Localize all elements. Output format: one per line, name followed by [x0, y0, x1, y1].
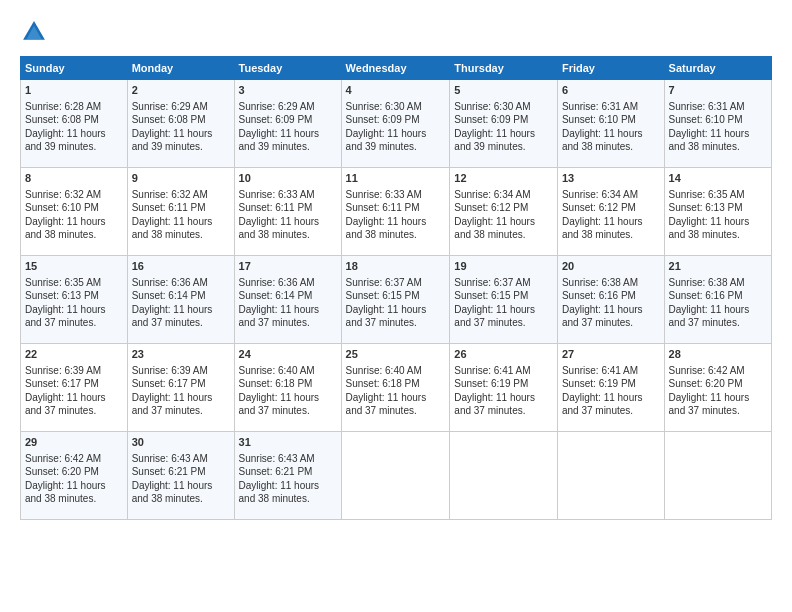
day-number: 25: [346, 347, 446, 362]
calendar-cell: 3Sunrise: 6:29 AMSunset: 6:09 PMDaylight…: [234, 80, 341, 168]
day-info: Daylight: 11 hours: [239, 127, 337, 141]
calendar-cell: 26Sunrise: 6:41 AMSunset: 6:19 PMDayligh…: [450, 344, 558, 432]
day-info: and 37 minutes.: [562, 404, 660, 418]
calendar-header-friday: Friday: [557, 57, 664, 80]
calendar-cell: 19Sunrise: 6:37 AMSunset: 6:15 PMDayligh…: [450, 256, 558, 344]
day-info: Sunrise: 6:35 AM: [25, 276, 123, 290]
day-info: Sunset: 6:17 PM: [132, 377, 230, 391]
calendar-week-3: 15Sunrise: 6:35 AMSunset: 6:13 PMDayligh…: [21, 256, 772, 344]
calendar-cell: 27Sunrise: 6:41 AMSunset: 6:19 PMDayligh…: [557, 344, 664, 432]
calendar-cell: 11Sunrise: 6:33 AMSunset: 6:11 PMDayligh…: [341, 168, 450, 256]
day-info: and 38 minutes.: [346, 228, 446, 242]
day-number: 6: [562, 83, 660, 98]
calendar-cell: 1Sunrise: 6:28 AMSunset: 6:08 PMDaylight…: [21, 80, 128, 168]
day-number: 11: [346, 171, 446, 186]
day-info: and 39 minutes.: [239, 140, 337, 154]
day-number: 24: [239, 347, 337, 362]
day-info: and 38 minutes.: [25, 228, 123, 242]
day-number: 13: [562, 171, 660, 186]
day-info: and 37 minutes.: [669, 404, 767, 418]
day-number: 18: [346, 259, 446, 274]
calendar-cell: 13Sunrise: 6:34 AMSunset: 6:12 PMDayligh…: [557, 168, 664, 256]
day-info: Daylight: 11 hours: [239, 303, 337, 317]
day-info: Sunset: 6:08 PM: [132, 113, 230, 127]
calendar-cell: 8Sunrise: 6:32 AMSunset: 6:10 PMDaylight…: [21, 168, 128, 256]
day-number: 3: [239, 83, 337, 98]
day-number: 19: [454, 259, 553, 274]
day-info: Sunrise: 6:35 AM: [669, 188, 767, 202]
day-number: 27: [562, 347, 660, 362]
day-info: Sunrise: 6:40 AM: [346, 364, 446, 378]
day-info: and 38 minutes.: [132, 492, 230, 506]
day-info: Daylight: 11 hours: [562, 215, 660, 229]
calendar-cell: 16Sunrise: 6:36 AMSunset: 6:14 PMDayligh…: [127, 256, 234, 344]
day-info: Sunset: 6:14 PM: [239, 289, 337, 303]
day-info: Sunset: 6:09 PM: [239, 113, 337, 127]
day-info: Daylight: 11 hours: [454, 215, 553, 229]
day-info: Daylight: 11 hours: [132, 215, 230, 229]
calendar-week-5: 29Sunrise: 6:42 AMSunset: 6:20 PMDayligh…: [21, 432, 772, 520]
day-info: Sunset: 6:08 PM: [25, 113, 123, 127]
day-info: and 37 minutes.: [25, 404, 123, 418]
day-number: 28: [669, 347, 767, 362]
day-info: Sunset: 6:17 PM: [25, 377, 123, 391]
calendar-cell: 10Sunrise: 6:33 AMSunset: 6:11 PMDayligh…: [234, 168, 341, 256]
day-info: Sunset: 6:21 PM: [132, 465, 230, 479]
day-info: and 37 minutes.: [239, 404, 337, 418]
day-info: Sunrise: 6:43 AM: [132, 452, 230, 466]
calendar-week-2: 8Sunrise: 6:32 AMSunset: 6:10 PMDaylight…: [21, 168, 772, 256]
day-info: Sunset: 6:11 PM: [132, 201, 230, 215]
day-number: 2: [132, 83, 230, 98]
day-number: 10: [239, 171, 337, 186]
day-info: Sunrise: 6:41 AM: [562, 364, 660, 378]
calendar-cell: 22Sunrise: 6:39 AMSunset: 6:17 PMDayligh…: [21, 344, 128, 432]
calendar-cell: 20Sunrise: 6:38 AMSunset: 6:16 PMDayligh…: [557, 256, 664, 344]
day-info: Sunrise: 6:30 AM: [346, 100, 446, 114]
calendar-cell: 4Sunrise: 6:30 AMSunset: 6:09 PMDaylight…: [341, 80, 450, 168]
day-info: Sunset: 6:12 PM: [454, 201, 553, 215]
day-info: and 37 minutes.: [669, 316, 767, 330]
calendar-cell: 2Sunrise: 6:29 AMSunset: 6:08 PMDaylight…: [127, 80, 234, 168]
day-info: Sunset: 6:20 PM: [669, 377, 767, 391]
day-info: Sunrise: 6:34 AM: [454, 188, 553, 202]
day-info: Daylight: 11 hours: [239, 479, 337, 493]
day-info: Daylight: 11 hours: [132, 303, 230, 317]
calendar-cell: 14Sunrise: 6:35 AMSunset: 6:13 PMDayligh…: [664, 168, 771, 256]
day-number: 5: [454, 83, 553, 98]
day-info: Daylight: 11 hours: [562, 391, 660, 405]
day-info: and 38 minutes.: [239, 228, 337, 242]
day-info: and 38 minutes.: [25, 492, 123, 506]
day-number: 1: [25, 83, 123, 98]
day-info: Daylight: 11 hours: [454, 303, 553, 317]
day-info: Sunrise: 6:36 AM: [132, 276, 230, 290]
calendar-header-sunday: Sunday: [21, 57, 128, 80]
day-info: Sunset: 6:19 PM: [454, 377, 553, 391]
calendar-header-monday: Monday: [127, 57, 234, 80]
day-info: Daylight: 11 hours: [25, 127, 123, 141]
day-info: Sunrise: 6:39 AM: [25, 364, 123, 378]
day-info: Sunrise: 6:29 AM: [132, 100, 230, 114]
day-info: and 37 minutes.: [454, 404, 553, 418]
calendar-cell: 31Sunrise: 6:43 AMSunset: 6:21 PMDayligh…: [234, 432, 341, 520]
calendar-cell: 7Sunrise: 6:31 AMSunset: 6:10 PMDaylight…: [664, 80, 771, 168]
day-info: Daylight: 11 hours: [562, 303, 660, 317]
day-info: Sunset: 6:09 PM: [454, 113, 553, 127]
day-info: Sunrise: 6:30 AM: [454, 100, 553, 114]
day-info: Sunset: 6:11 PM: [239, 201, 337, 215]
day-number: 9: [132, 171, 230, 186]
day-number: 12: [454, 171, 553, 186]
day-info: Daylight: 11 hours: [669, 391, 767, 405]
day-info: and 37 minutes.: [132, 316, 230, 330]
day-number: 17: [239, 259, 337, 274]
day-info: Sunset: 6:10 PM: [25, 201, 123, 215]
day-info: and 37 minutes.: [239, 316, 337, 330]
page: SundayMondayTuesdayWednesdayThursdayFrid…: [0, 0, 792, 612]
day-info: and 38 minutes.: [562, 228, 660, 242]
calendar-cell: 9Sunrise: 6:32 AMSunset: 6:11 PMDaylight…: [127, 168, 234, 256]
day-info: Daylight: 11 hours: [25, 479, 123, 493]
day-info: Sunset: 6:16 PM: [669, 289, 767, 303]
day-number: 15: [25, 259, 123, 274]
day-info: Sunset: 6:10 PM: [669, 113, 767, 127]
day-number: 8: [25, 171, 123, 186]
day-info: Sunrise: 6:33 AM: [239, 188, 337, 202]
